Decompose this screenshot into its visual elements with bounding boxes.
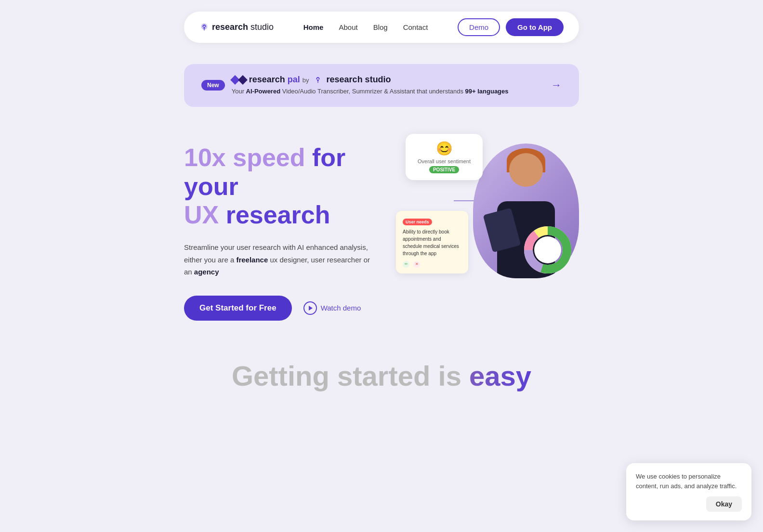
banner-product-title: research pal by research studio [249,75,391,85]
sentiment-badge: POSITIVE [429,166,459,173]
sentiment-emoji: 😊 [414,141,474,156]
sentiment-card: 😊 Overall user sentiment POSITIVE [406,134,483,180]
diamond-icon [232,77,246,83]
nav-link-about[interactable]: About [339,23,357,31]
nav-links: Home About Blog Contact [293,23,438,31]
logo-text: research studio [212,22,274,32]
nav-link-blog[interactable]: Blog [373,23,388,31]
banner-subtitle: Your AI-Powered Video/Audio Transcriber,… [232,87,509,96]
logo[interactable]: research studio [199,22,274,32]
demo-button[interactable]: Demo [458,18,500,36]
banner-logo-area: research pal by research studio Your AI-… [232,75,509,96]
nav-link-home[interactable]: Home [303,23,324,31]
needs-icon-pencil: ✏ [403,261,409,268]
banner-arrow-icon[interactable]: → [551,79,562,91]
hero-section: 10x speed for your UX research Streamlin… [0,115,763,321]
person-head [509,153,543,187]
play-circle-icon [303,301,317,315]
banner-title-row: research pal by research studio [232,75,509,85]
new-badge: New [201,80,225,91]
hero-headline: 10x speed for your UX research [184,143,377,230]
nav-wrapper: research studio Home About Blog Contact … [0,0,763,51]
sentiment-label: Overall user sentiment [414,158,474,164]
user-needs-text: Ability to directly book appointments an… [403,228,461,257]
get-started-button[interactable]: Get Started for Free [184,296,292,321]
user-needs-card: User needs Ability to directly book appo… [396,211,468,273]
hero-left: 10x speed for your UX research Streamlin… [184,134,377,321]
watch-demo-button[interactable]: Watch demo [303,301,361,315]
hero-illustration: 😊 Overall user sentiment POSITIVE User n… [396,134,579,288]
svg-point-2 [317,79,319,81]
needs-icon-delete: ✕ [413,261,420,268]
cookie-text: We use cookies to personalize content, r… [636,472,742,491]
go-to-app-button[interactable]: Go to App [506,18,564,36]
donut-chart [521,223,574,278]
play-triangle-icon [309,306,313,311]
logo-icon [199,23,209,32]
svg-point-0 [203,27,205,29]
announcement-banner[interactable]: New research pal by [184,64,579,107]
hero-content: 10x speed for your UX research Streamlin… [184,134,579,321]
banner-wrapper: New research pal by [0,51,763,115]
nav-bar: research studio Home About Blog Contact … [184,12,579,43]
getting-started-title: Getting started is easy [0,359,763,393]
banner-left: New research pal by [201,75,509,96]
cookie-okay-button[interactable]: Okay [706,496,742,512]
needs-icons: ✏ ✕ [403,261,461,268]
hero-actions: Get Started for Free Watch demo [184,296,377,321]
svg-point-9 [534,236,561,263]
getting-started-section: Getting started is easy [0,321,763,412]
user-needs-badge: User needs [403,219,432,225]
nav-link-contact[interactable]: Contact [403,23,428,31]
cookie-banner: We use cookies to personalize content, r… [626,463,751,520]
banner-research-studio-icon [313,75,323,85]
nav-actions: Demo Go to App [458,18,564,36]
hero-description: Streamline your user research with AI en… [184,241,377,278]
diamond-shape-2 [238,75,248,85]
